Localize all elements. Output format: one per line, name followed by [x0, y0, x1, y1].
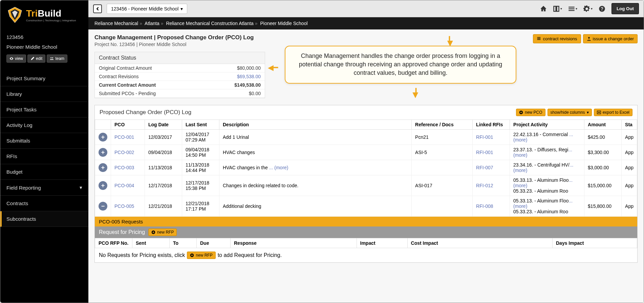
pco-th-lastsent[interactable]: Last Sent [182, 120, 219, 130]
page-title: Change Management | Proposed Change Orde… [94, 34, 254, 41]
page-header: Change Management | Proposed Change Orde… [94, 34, 638, 47]
breadcrumb-item[interactable]: Reliance Mechanical Construction Atlanta [166, 21, 253, 26]
rfp-th-no[interactable]: PCO RFP No. [95, 238, 132, 248]
pco-th-amount[interactable]: Amount [584, 120, 622, 130]
excel-icon [597, 110, 601, 114]
logo-brand-tri: Tri [26, 8, 38, 19]
pco-th-ref[interactable]: Reference / Docs [412, 120, 473, 130]
pco-table-row: +PCO-00209/04/201809/04/201814:50 PMHVAC… [95, 145, 637, 160]
more-link[interactable]: ... (more) [269, 165, 288, 170]
export-excel-button[interactable]: export to Excel [594, 109, 632, 116]
rfi-link[interactable]: RFI-001 [473, 130, 510, 145]
help-icon[interactable]: ? [599, 5, 605, 12]
more-link[interactable]: ... (more) [513, 162, 573, 173]
pco-th-status[interactable]: Sta [622, 120, 637, 130]
chevron-left-icon [95, 6, 100, 11]
expand-row-button[interactable]: + [99, 133, 107, 142]
contract-row: Original Contract Amount$80,000.00 [95, 64, 265, 72]
pco-log-title: Proposed Change Order (PCO) Log [100, 109, 191, 116]
home-icon[interactable] [540, 5, 547, 12]
arrow-down-icon: ━▶ [411, 88, 420, 98]
logo-brand-build: Build [38, 8, 61, 19]
pco-table-row: +PCO-00112/03/201712/04/201707:29 AMAdd … [95, 130, 637, 145]
rfp-th-impact[interactable]: Impact [357, 238, 407, 248]
project-selector[interactable]: 123456 - Pioneer Middle School ▾ [107, 4, 187, 14]
breadcrumb-item[interactable]: Atlanta [145, 21, 159, 26]
help-callout: Change Management handles the change ord… [285, 46, 516, 84]
logo-tagline: Construction | Technology | Integration [26, 19, 76, 22]
breadcrumb-item[interactable]: Reliance Mechanical [94, 21, 138, 26]
rfp-th-response[interactable]: Response [231, 238, 357, 248]
caret-down-icon: ▾ [180, 6, 183, 12]
arrow-left-icon: ◀━ [268, 63, 278, 72]
rfi-link[interactable]: RFI-008 [473, 196, 510, 217]
more-link[interactable]: ... (more) [513, 177, 573, 188]
pco-th-desc[interactable]: Description [219, 120, 412, 130]
gear-icon[interactable]: ▾ [583, 5, 593, 12]
rfp-th-to[interactable]: To [170, 238, 197, 248]
eye-icon [9, 57, 14, 61]
edit-button[interactable]: edit [27, 55, 45, 63]
breadcrumb-item[interactable]: Pioneer Middle School [260, 21, 307, 26]
more-link[interactable]: ... (more) [513, 198, 573, 209]
team-button[interactable]: team [47, 55, 67, 63]
new-rfp-inline-button[interactable]: new RFP [187, 252, 215, 259]
pco-link[interactable]: PCO-001 [111, 130, 145, 145]
pco-th-pco[interactable]: PCO [111, 120, 145, 130]
rfi-link[interactable]: RFI-001 [473, 145, 510, 160]
pco-th-activity[interactable]: Project Activity [510, 120, 584, 130]
pco-table-row: +PCO-00311/13/201811/13/201814:44 PMHVAC… [95, 160, 637, 175]
sidebar-item-project-tasks[interactable]: Project Tasks [0, 102, 88, 117]
sidebar-item-contracts[interactable]: Contracts [0, 196, 88, 211]
pco-link[interactable]: PCO-002 [111, 145, 145, 160]
pco-link[interactable]: PCO-004 [111, 175, 145, 196]
issue-change-order-button[interactable]: issue a change order [583, 34, 638, 43]
page-subtitle: Project No. 123456 | Pioneer Middle Scho… [94, 42, 254, 47]
contract-status-panel: Contract Status Original Contract Amount… [94, 52, 265, 98]
expand-row-button[interactable]: + [99, 181, 107, 190]
rfp-th-cost[interactable]: Cost Impact [407, 238, 552, 248]
sidebar-item-subcontracts[interactable]: Subcontracts [0, 211, 88, 227]
rfp-th-due[interactable]: Due [197, 238, 231, 248]
sidebar-item-submittals[interactable]: Submittals [0, 133, 88, 149]
expand-row-button[interactable]: + [99, 148, 107, 157]
contract-row: Current Contract Amount$149,538.00 [95, 81, 265, 89]
new-rfp-button[interactable]: new RFP [148, 229, 177, 236]
more-link[interactable]: ... (more) [513, 147, 572, 158]
pco-table-row: −PCO-00512/21/201812/21/201817:17 PMAddi… [95, 196, 637, 217]
plus-circle-icon [519, 110, 523, 114]
expand-row-button[interactable]: + [99, 163, 107, 172]
sidebar-item-rfis[interactable]: RFIs [0, 149, 88, 164]
show-hide-columns-button[interactable]: show/hide columns ▾ [548, 109, 592, 116]
sidebar-item-project-summary[interactable]: Project Summary [0, 71, 88, 86]
contract-row: Contract Revisions$69,538.00 [95, 72, 265, 81]
rfp-th-sent[interactable]: Sent [132, 238, 170, 248]
rfp-th-days[interactable]: Days Impact [553, 238, 637, 248]
contract-revisions-button[interactable]: contract revisions [533, 34, 581, 43]
sidebar: TriBuild Construction | Technology | Int… [0, 0, 88, 303]
pco-link[interactable]: PCO-005 [111, 196, 145, 217]
list-icon [537, 37, 541, 41]
rfi-link[interactable]: RFI-007 [473, 160, 510, 175]
sidebar-item-budget[interactable]: Budget [0, 164, 88, 180]
sidebar-item-library[interactable]: Library [0, 86, 88, 102]
sidebar-item-activity-log[interactable]: Activity Log [0, 117, 88, 133]
new-pco-button[interactable]: new PCO [516, 109, 545, 116]
pco-th-rfis[interactable]: Linked RFIs [473, 120, 510, 130]
rfi-link[interactable]: RFI-012 [473, 175, 510, 196]
expand-row-button[interactable]: − [99, 202, 107, 211]
contract-revisions-link[interactable]: $69,538.00 [206, 72, 265, 81]
pco-th-expand[interactable] [95, 120, 111, 130]
layout-icon[interactable]: ▾ [553, 5, 562, 12]
pco-table: PCO Log Date Last Sent Description Refer… [95, 120, 637, 217]
sidebar-item-field-reporting[interactable]: Field Reporting▾ [0, 180, 88, 196]
sidebar-project-number: 123456 [6, 34, 82, 40]
logout-button[interactable]: Log Out [611, 3, 639, 14]
list-icon[interactable]: ▾ [568, 5, 577, 12]
pco-link[interactable]: PCO-003 [111, 160, 145, 175]
sidebar-collapse-button[interactable] [93, 4, 102, 13]
pco-th-logdate[interactable]: Log Date [145, 120, 182, 130]
rfp-table: PCO RFP No. Sent To Due Response Impact … [95, 238, 637, 248]
view-button[interactable]: view [6, 55, 26, 63]
more-link[interactable]: ... (more) [513, 132, 573, 143]
